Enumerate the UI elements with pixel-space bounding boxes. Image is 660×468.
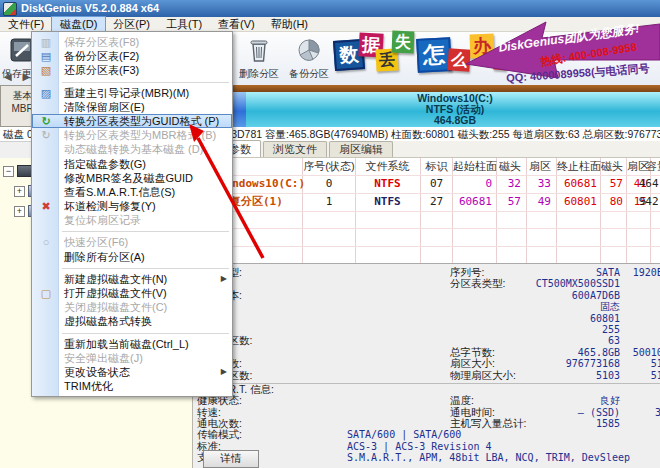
- table-header-row: 序号(状态) 文件系统 标识 起始柱面 磁头 扇区 终止柱面 磁头 扇区 容量: [193, 158, 660, 175]
- cell-end-cyl: 60801: [557, 193, 597, 210]
- table-row[interactable]: Windows10(C:) 0 NTFS 07 0 32 33 60681 57…: [193, 175, 660, 192]
- menubar-item[interactable]: 文件(F): [0, 17, 52, 31]
- detail-value: ACS-3 | ACS-3 Revision 4: [347, 441, 492, 452]
- menu-item-label: 更改设备状态: [64, 366, 130, 378]
- cell-start-cyl: 0: [453, 175, 492, 192]
- window-title: DiskGenius V5.2.0.884 x64: [21, 0, 159, 17]
- delete-partition-button[interactable]: 删除分区: [235, 33, 283, 83]
- menu-item-label: 转换分区表类型为GUID格式 (P): [64, 115, 219, 127]
- row-divider: [193, 211, 660, 212]
- detail-value: 500107862016: [513, 347, 660, 358]
- disk-menu-item[interactable]: 查看S.M.A.R.T.信息(S) ▶: [32, 185, 232, 199]
- menu-item-label: 安全弹出磁盘(J): [64, 352, 143, 364]
- cell-filesystem: NTFS: [356, 175, 419, 192]
- cell-start-head: 57: [497, 193, 521, 210]
- detail-row: 柱面数: 60801: [193, 313, 660, 324]
- submenu-arrow-icon: ▶: [221, 272, 227, 286]
- detail-row: 通电次数: 1585 主机写入量总计: 7486 GB: [193, 418, 660, 429]
- menu-item-label: TRIM优化: [64, 380, 113, 392]
- menu-item-label: 动态磁盘转换为基本磁盘 (D): [64, 143, 203, 155]
- disk-menu-item[interactable]: 安全弹出磁盘(J) ▶: [32, 351, 232, 365]
- menu-item-icon: [37, 128, 55, 142]
- expand-icon[interactable]: +: [14, 186, 25, 197]
- pie-icon: [295, 36, 323, 64]
- detail-label: 扇区大小:: [450, 358, 495, 369]
- disk-menu-item[interactable]: 坏道检测与修复(Y) ▶: [32, 199, 232, 213]
- disk-menu-item[interactable]: ▶: [32, 78, 232, 86]
- disk-menu-item[interactable]: TRIM优化 ▶: [32, 379, 232, 393]
- disk-menu-item[interactable]: 重建主引导记录(MBR)(M) ▶: [32, 86, 232, 100]
- menu-item-label: 坏道检测与修复(Y): [64, 200, 156, 212]
- disk-menu-item[interactable]: 备份分区表(F2) ▶: [32, 49, 232, 63]
- disk-menu-item[interactable]: 保存分区表(F8) ▶: [32, 35, 232, 49]
- detail-label: 温度:: [450, 395, 474, 406]
- menubar-item[interactable]: 帮助(H): [263, 17, 316, 31]
- disk-menu-item[interactable]: 重新加载当前磁盘(Ctrl_L) ▶: [32, 337, 232, 351]
- menu-item-icon: [37, 199, 55, 213]
- menu-item-icon: [37, 86, 55, 100]
- detail-value: 512 Bytes: [513, 358, 660, 369]
- header-end-head: 磁头: [601, 158, 623, 175]
- cell-capacity: 942.0MB: [633, 193, 660, 210]
- detail-value: 60801: [313, 313, 620, 324]
- menubar-item[interactable]: 工具(T): [158, 17, 210, 31]
- detail-value: 36 ℃: [513, 395, 660, 406]
- tab-bar: 分区参数 浏览文件 扇区编辑: [193, 141, 660, 158]
- menu-item-label: 保存分区表(F8): [64, 36, 139, 48]
- disk-menu-item[interactable]: 清除保留扇区(E) ▶: [32, 100, 232, 114]
- menu-item-icon: [37, 35, 55, 49]
- menubar-item[interactable]: 分区(P): [105, 17, 158, 31]
- table-row[interactable]: 恢复分区(1) 1 NTFS 27 60681 57 49 60801 80 1…: [193, 193, 660, 210]
- detail-value: 1920E203D781: [513, 267, 660, 278]
- disk-menu-item[interactable]: 复位坏扇区记录 ▶: [32, 213, 232, 227]
- disk-menu-item[interactable]: 还原分区表(F3) ▶: [32, 63, 232, 77]
- disk-menu-item[interactable]: 关闭虚拟磁盘文件(C) ▶: [32, 300, 232, 314]
- menubar-item-label: 工具(T): [166, 18, 202, 30]
- menubar-item[interactable]: 磁盘(D): [52, 17, 105, 31]
- submenu-arrow-icon: ▶: [221, 365, 227, 379]
- detail-label: 物理扇区大小:: [450, 370, 516, 381]
- expand-icon[interactable]: +: [14, 206, 25, 217]
- menu-item-label: 查看S.M.A.R.T.信息(S): [64, 186, 175, 198]
- detail-row: 接口类型: SATA 序列号: 1920E203D781: [193, 267, 660, 278]
- disk-menu-item[interactable]: 转换分区表类型为MBR格式 (B) ▶: [32, 128, 232, 142]
- menu-item-label: 备份分区表(F2): [64, 50, 139, 62]
- disk-menu-item[interactable]: 虚拟磁盘格式转换 ▶: [32, 314, 232, 328]
- disk-menu-item[interactable]: ▶: [32, 227, 232, 235]
- cell-start-sec: 33: [527, 175, 551, 192]
- cell-start-head: 32: [497, 175, 521, 192]
- prev-disk-button[interactable]: ◀: [4, 71, 16, 82]
- cell-start-sec: 49: [527, 193, 551, 210]
- cell-id: 07: [421, 175, 452, 192]
- disk-menu-item[interactable]: 指定磁盘参数(G) ▶: [32, 157, 232, 171]
- menubar-item-label: 分区(P): [113, 18, 150, 30]
- backup-partition-button[interactable]: 备份分区: [285, 33, 333, 83]
- partition-table: 序号(状态) 文件系统 标识 起始柱面 磁头 扇区 终止柱面 磁头 扇区 容量 …: [193, 158, 660, 263]
- disk-menu-item[interactable]: 删除所有分区(A) ▶: [32, 250, 232, 264]
- app-logo-icon: [3, 2, 17, 16]
- cell-start-cyl: 60681: [453, 193, 492, 210]
- tab[interactable]: 扇区编辑: [329, 141, 393, 157]
- tab[interactable]: 浏览文件: [263, 141, 327, 157]
- header-start-head: 磁头: [497, 158, 521, 175]
- collapse-icon[interactable]: −: [3, 166, 14, 177]
- detail-row: 容量: 465.8GB 总字节数: 500107862016: [193, 347, 660, 358]
- menubar-item[interactable]: 查看(V): [210, 17, 263, 31]
- menu-item-label: 新建虚拟磁盘文件(N): [64, 273, 167, 285]
- disk-menu-item[interactable]: 快速分区(F6) ▶: [32, 235, 232, 249]
- disk-menu-item[interactable]: 转换分区表类型为GUID格式 (P) ▶: [32, 114, 232, 128]
- disk-menu-item[interactable]: ▶: [32, 264, 232, 272]
- disk-menu-item[interactable]: 修改MBR签名及磁盘GUID ▶: [32, 171, 232, 185]
- detail-row: 剩余扇区数: 5103 物理扇区大小: 512 Bytes: [193, 370, 660, 381]
- disk-menu-item[interactable]: 打开虚拟磁盘文件(V) ▶: [32, 286, 232, 300]
- cell-filesystem: NTFS: [356, 193, 419, 210]
- disk-menu-item[interactable]: 动态磁盘转换为基本磁盘 (D) ▶: [32, 142, 232, 156]
- tab-label: 浏览文件: [273, 143, 317, 155]
- header-index: 序号(状态): [303, 158, 355, 175]
- app-window: DiskGenius V5.2.0.884 x64 文件(F) 磁盘(D) 分区…: [0, 0, 660, 468]
- smart-details-button[interactable]: 详情: [203, 450, 259, 468]
- disk-menu-item[interactable]: 更改设备状态 ▶: [32, 365, 232, 379]
- disk-menu-item[interactable]: ▶: [32, 329, 232, 337]
- disk-menu-item[interactable]: 新建虚拟磁盘文件(N) ▶: [32, 272, 232, 286]
- detail-row: 固件版本: 600A7D6B: [193, 290, 660, 301]
